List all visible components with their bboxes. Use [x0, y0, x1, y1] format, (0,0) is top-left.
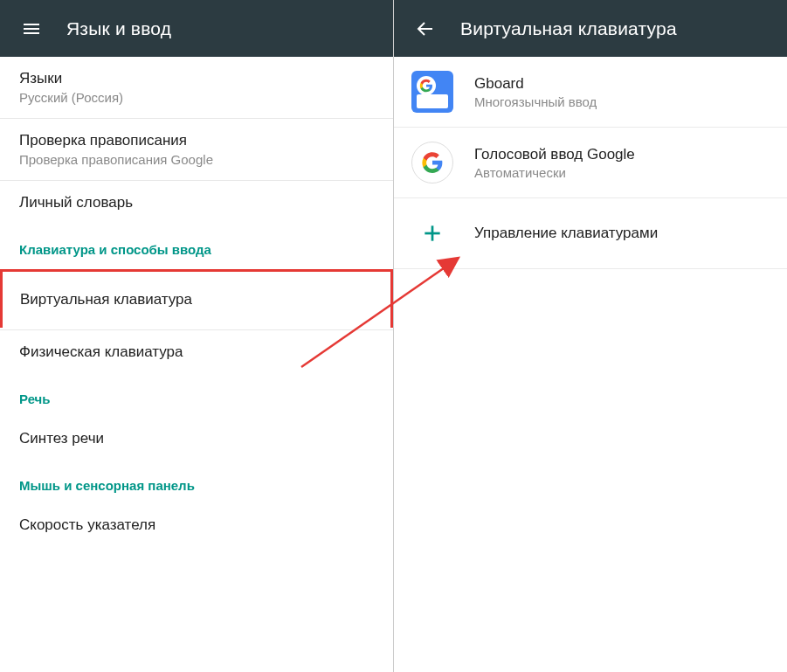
back-icon[interactable]: [406, 10, 445, 48]
row-pointer-speed-title: Скорость указателя: [19, 516, 374, 534]
row-gvoice-title: Голосовой ввод Google: [474, 146, 635, 163]
keyboard-list: Gboard Многоязычный ввод Голосовой ввод …: [394, 57, 787, 672]
row-gboard-subtitle: Многоязычный ввод: [474, 94, 597, 109]
svg-rect-0: [24, 24, 39, 25]
page-title-right: Виртуальная клавиатура: [460, 18, 677, 39]
row-physical-keyboard-title: Физическая клавиатура: [19, 343, 374, 361]
row-dictionary-title: Личный словарь: [19, 194, 374, 211]
section-speech: Речь: [0, 374, 393, 417]
language-input-settings: Язык и ввод Языки Русский (Россия) Прове…: [0, 0, 394, 672]
row-physical-keyboard[interactable]: Физическая клавиатура: [0, 329, 393, 374]
row-languages-title: Языки: [19, 70, 374, 87]
row-gboard-title: Gboard: [474, 75, 597, 93]
appbar-left: Язык и ввод: [0, 0, 393, 57]
row-spellcheck-title: Проверка правописания: [19, 132, 374, 149]
gboard-icon: [411, 71, 453, 113]
row-spellcheck-subtitle: Проверка правописания Google: [19, 152, 374, 167]
settings-list-left: Языки Русский (Россия) Проверка правопис…: [0, 57, 393, 672]
row-virtual-keyboard-title: Виртуальная клавиатура: [20, 291, 373, 308]
page-title-left: Язык и ввод: [66, 18, 171, 39]
row-tts[interactable]: Синтез речи: [0, 417, 393, 461]
row-spellcheck[interactable]: Проверка правописания Проверка правописа…: [0, 119, 393, 181]
row-manage-title: Управление клавиатурами: [474, 225, 658, 242]
virtual-keyboard-settings: Виртуальная клавиатура Gboard Многоязычн…: [394, 0, 787, 672]
svg-rect-2: [24, 32, 39, 34]
appbar-right: Виртуальная клавиатура: [394, 0, 787, 57]
svg-rect-1: [24, 28, 39, 30]
section-keyboard: Клавиатура и способы ввода: [0, 225, 393, 267]
row-manage-keyboards[interactable]: Управление клавиатурами: [394, 198, 787, 269]
row-dictionary[interactable]: Личный словарь: [0, 181, 393, 225]
section-mouse: Мышь и сенсорная панель: [0, 461, 393, 503]
plus-icon: [411, 212, 453, 254]
row-tts-title: Синтез речи: [19, 430, 374, 447]
row-languages[interactable]: Языки Русский (Россия): [0, 57, 393, 119]
row-gboard[interactable]: Gboard Многоязычный ввод: [394, 57, 787, 128]
row-google-voice[interactable]: Голосовой ввод Google Автоматически: [394, 128, 787, 198]
row-languages-subtitle: Русский (Россия): [19, 90, 374, 105]
row-gvoice-subtitle: Автоматически: [474, 165, 635, 180]
menu-icon[interactable]: [12, 10, 51, 48]
row-virtual-keyboard[interactable]: Виртуальная клавиатура: [0, 269, 393, 328]
google-voice-icon: [411, 142, 453, 184]
row-pointer-speed[interactable]: Скорость указателя: [0, 503, 393, 547]
